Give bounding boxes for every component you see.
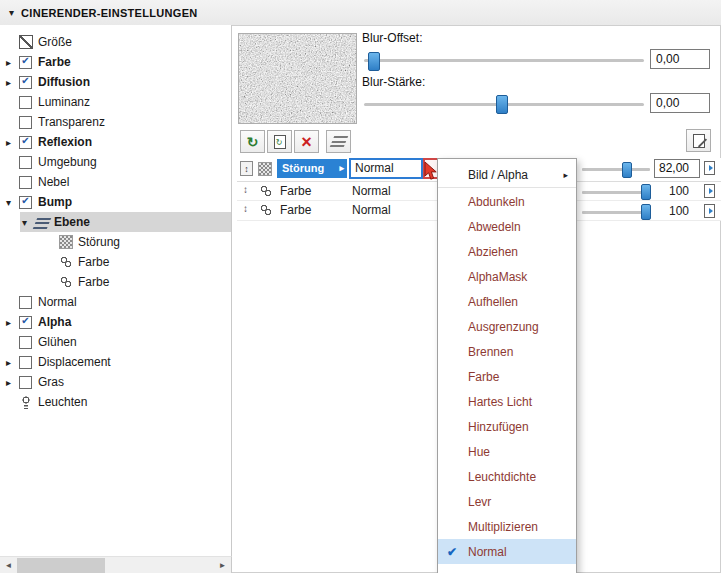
blur-offset-slider-handle[interactable] <box>368 52 380 71</box>
channel-checkbox[interactable] <box>19 296 32 309</box>
disclosure-triangle-icon[interactable] <box>6 377 19 388</box>
collapse-triangle-icon[interactable] <box>9 7 14 18</box>
channel-checkbox[interactable] <box>19 96 32 109</box>
menu-item[interactable]: Bild / Alpha <box>438 162 576 188</box>
texture-page-icon[interactable] <box>704 184 715 198</box>
opacity-slider-track[interactable] <box>582 211 650 214</box>
opacity-slider-track[interactable] <box>582 191 650 194</box>
menu-item[interactable]: Normal <box>438 539 576 564</box>
tree-item[interactable]: Diffusion <box>0 72 231 92</box>
channel-checkbox[interactable] <box>19 116 32 129</box>
panel-header[interactable]: CINERENDER-EINSTELLUNGEN <box>0 0 721 26</box>
opacity-slider-handle[interactable] <box>622 162 632 178</box>
channel-checkbox[interactable] <box>19 176 32 189</box>
texture-page-icon[interactable] <box>704 204 715 218</box>
disclosure-triangle-icon[interactable] <box>6 197 19 208</box>
disclosure-triangle-icon[interactable] <box>6 357 19 368</box>
tree-item[interactable]: Leuchten <box>0 392 231 412</box>
tree-item-label: Transparenz <box>38 115 105 129</box>
tree-item[interactable]: Farbe <box>0 272 231 292</box>
scrollbar-thumb[interactable] <box>17 558 105 573</box>
disclosure-triangle-icon[interactable] <box>6 317 19 328</box>
channel-checkbox[interactable] <box>19 76 32 89</box>
tree-item[interactable]: Störung <box>0 232 231 252</box>
tree-item[interactable]: Displacement <box>0 352 231 372</box>
channel-checkbox[interactable] <box>19 356 32 369</box>
disclosure-triangle-icon[interactable] <box>6 137 19 148</box>
layer-name-label[interactable]: Farbe <box>280 203 311 217</box>
blur-strength-input[interactable]: 0,00 <box>650 93 710 113</box>
menu-item[interactable]: Hue <box>438 439 576 464</box>
channel-checkbox[interactable] <box>19 196 32 209</box>
channel-checkbox[interactable] <box>19 316 32 329</box>
tree-item[interactable]: Ebene <box>0 212 231 232</box>
menu-item[interactable]: Levr <box>438 489 576 514</box>
blur-offset-input[interactable]: 0,00 <box>650 49 710 69</box>
menu-item[interactable]: Farbe <box>438 364 576 389</box>
blend-mode-dropdown[interactable]: Normal <box>349 158 423 179</box>
menu-item[interactable]: Abdunkeln <box>438 189 576 214</box>
duplicate-shader-button[interactable] <box>240 130 265 153</box>
disclosure-triangle-icon[interactable] <box>6 77 19 88</box>
tree-item[interactable]: Größe <box>0 32 231 52</box>
menu-item-label: Abdunkeln <box>468 195 525 209</box>
expand-arrow-icon[interactable] <box>339 159 344 178</box>
tree-item[interactable]: Farbe <box>0 52 231 72</box>
tree-item-label: Luminanz <box>38 95 90 109</box>
channel-checkbox[interactable] <box>19 156 32 169</box>
tree-item[interactable]: Nebel <box>0 172 231 192</box>
copy-shader-button[interactable] <box>267 130 292 153</box>
merge-layers-button[interactable] <box>326 130 351 153</box>
opacity-value: 100 <box>649 184 689 198</box>
tree-item[interactable]: Bump <box>0 192 231 212</box>
menu-item[interactable]: Multiplizieren <box>438 514 576 539</box>
reorder-handle[interactable] <box>240 161 253 176</box>
edit-settings-button[interactable] <box>686 129 711 152</box>
menu-item[interactable]: Hartes Licht <box>438 389 576 414</box>
scroll-left-arrow-icon[interactable] <box>0 557 17 573</box>
menu-item[interactable]: Abziehen <box>438 239 576 264</box>
tree-item[interactable]: Normal <box>0 292 231 312</box>
tree-item[interactable]: Luminanz <box>0 92 231 112</box>
scroll-right-arrow-icon[interactable] <box>214 557 231 573</box>
copy-shader-icon <box>274 135 286 149</box>
channel-checkbox[interactable] <box>19 376 32 389</box>
disclosure-triangle-icon[interactable] <box>6 57 19 68</box>
tree-item[interactable]: Farbe <box>0 252 231 272</box>
menu-item[interactable]: Leuchtdichte <box>438 464 576 489</box>
delete-shader-button[interactable] <box>294 130 319 153</box>
tree-item[interactable]: Reflexion <box>0 132 231 152</box>
noise-texture-preview[interactable] <box>238 33 357 124</box>
channel-checkbox[interactable] <box>19 136 32 149</box>
layer-name-selected[interactable]: Störung <box>277 159 347 178</box>
opacity-slider-track[interactable] <box>582 168 650 171</box>
tree-item[interactable]: Transparenz <box>0 112 231 132</box>
opacity-input[interactable]: 82,00 <box>654 159 700 178</box>
channel-checkbox[interactable] <box>19 56 32 69</box>
mouse-cursor <box>424 161 438 181</box>
tree-item[interactable]: Umgebung <box>0 152 231 172</box>
menu-item[interactable]: AlphaMask <box>438 264 576 289</box>
menu-item-label: Ausgrenzung <box>468 320 539 334</box>
layer-name-label[interactable]: Farbe <box>280 184 311 198</box>
tree-item[interactable]: Alpha <box>0 312 231 332</box>
sidebar-horizontal-scrollbar[interactable] <box>0 556 232 573</box>
texture-page-icon[interactable] <box>704 161 715 175</box>
reorder-handle[interactable] <box>243 203 248 214</box>
menu-item[interactable]: Hinzufügen <box>438 414 576 439</box>
checkmark-icon <box>447 545 463 559</box>
menu-item[interactable]: Aufhellen <box>438 289 576 314</box>
tree-item[interactable]: Gras <box>0 372 231 392</box>
blur-strength-slider-handle[interactable] <box>496 95 508 114</box>
menu-item[interactable]: Abwedeln <box>438 214 576 239</box>
menu-item[interactable]: Brennen <box>438 339 576 364</box>
blend-mode-label[interactable]: Normal <box>352 203 391 217</box>
blur-offset-slider-track[interactable] <box>364 59 644 62</box>
menu-item[interactable]: Ausgrenzung <box>438 314 576 339</box>
blend-mode-label[interactable]: Normal <box>352 184 391 198</box>
opacity-value: 100 <box>649 204 689 218</box>
channel-checkbox[interactable] <box>19 336 32 349</box>
tree-item[interactable]: Glühen <box>0 332 231 352</box>
reorder-handle[interactable] <box>243 184 248 195</box>
tree-item-label: Gras <box>38 375 64 389</box>
